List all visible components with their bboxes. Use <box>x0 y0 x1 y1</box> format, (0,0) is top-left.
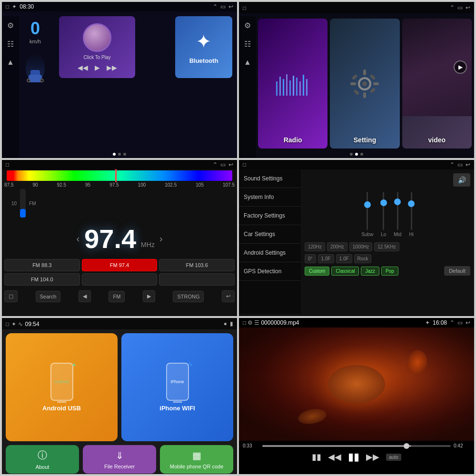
menu-item-setting[interactable]: Setting <box>330 19 399 149</box>
file-receiver-app[interactable]: ⇓ File Receiver <box>83 445 156 474</box>
back-icon-2[interactable]: ↩ <box>466 4 470 11</box>
iphone-wifi-card[interactable]: iPhone ∿ iPhone WIFI <box>121 333 233 441</box>
eq-track-subw[interactable] <box>367 192 368 230</box>
nav-icon-2[interactable]: ▲ <box>244 58 251 67</box>
freq-125khz[interactable]: 12.5KHz <box>374 242 399 251</box>
window-icon-3[interactable]: ▭ <box>220 161 226 168</box>
dot-2-3[interactable] <box>360 153 363 156</box>
radio-next-btn[interactable]: ▶ <box>143 290 155 302</box>
dot-2-2[interactable] <box>355 153 358 156</box>
dot-2-1[interactable] <box>350 153 353 156</box>
grid-icon-2[interactable]: ☷ <box>244 40 251 49</box>
preset-fm-883[interactable]: FM 88.3 <box>4 259 80 271</box>
mode-rock[interactable]: Rock <box>354 254 372 263</box>
music-controls: ◀◀ ▶ ▶▶ <box>78 64 117 71</box>
next-btn[interactable]: ▶▶ <box>107 64 117 71</box>
settings-icon-6[interactable]: ⚙ <box>248 319 253 326</box>
next-track-btn[interactable]: ▶▶ <box>366 452 379 462</box>
android-usb-card[interactable]: Android ▲ Android USB <box>6 333 118 441</box>
speed-btn[interactable]: ▮▮ <box>312 452 321 462</box>
eq-thumb-hi[interactable] <box>408 200 415 207</box>
pause-btn[interactable]: ▮▮ <box>348 451 359 463</box>
eq-track-mid[interactable] <box>397 192 398 230</box>
radio-prev-btn[interactable]: ◀ <box>79 290 91 302</box>
grid-icon[interactable]: ☷ <box>7 40 14 49</box>
volume-icon-btn[interactable]: 🔊 <box>453 173 470 187</box>
preset-fm-1040[interactable]: FM 104.0 <box>4 273 80 286</box>
topbar-1: □ ✦ 08:30 ⌃ ▭ ↩ <box>2 2 237 11</box>
radio-search-btn[interactable]: Search <box>36 291 61 302</box>
dot-3[interactable] <box>123 153 126 156</box>
freq-200hz[interactable]: 200Hz <box>327 242 347 251</box>
expand-icon-4[interactable]: ⌃ <box>450 161 455 168</box>
freq-120hz[interactable]: 120Hz <box>305 242 325 251</box>
expand-icon-2[interactable]: ⌃ <box>450 4 455 11</box>
preset-empty-1[interactable] <box>82 273 158 286</box>
eq-thumb-subw[interactable] <box>364 201 371 208</box>
freq-up-btn[interactable]: › <box>159 233 163 244</box>
progress-bar[interactable] <box>262 445 451 447</box>
home-icon-3[interactable]: □ <box>6 161 9 168</box>
menu-sound-settings[interactable]: Sound Settings <box>239 169 301 188</box>
window-icon-6[interactable]: ▭ <box>457 319 463 326</box>
qr-code-app[interactable]: ▦ Mobile phone QR code <box>160 445 233 474</box>
expand-icon-6[interactable]: ⌃ <box>450 319 455 326</box>
radio-fm-btn[interactable]: FM <box>109 291 125 302</box>
eq-track-lo[interactable] <box>383 192 384 230</box>
home-icon-2[interactable]: □ <box>243 5 246 11</box>
back-icon-3[interactable]: ↩ <box>228 161 233 168</box>
back-icon-4[interactable]: ↩ <box>466 161 470 168</box>
dot-1[interactable] <box>113 153 116 156</box>
back-icon-6[interactable]: ↩ <box>466 319 470 326</box>
expand-icon-3[interactable]: ⌃ <box>213 161 218 168</box>
menu-item-video[interactable]: ▶ video <box>402 19 472 149</box>
eq-thumb-mid[interactable] <box>394 198 401 205</box>
preset-fm-974[interactable]: FM 97.4 <box>82 259 158 271</box>
mode-1f-1[interactable]: 1.0F <box>318 254 334 263</box>
bluetooth-card[interactable]: ✦ Bluetooth <box>175 16 232 78</box>
nav-icon[interactable]: ▲ <box>7 58 14 67</box>
eq-track-hi[interactable] <box>411 192 412 230</box>
eq-thumb-lo[interactable] <box>380 199 387 206</box>
preset-custom[interactable]: Custom <box>305 267 329 276</box>
preset-jazz[interactable]: Jazz <box>361 267 379 276</box>
mode-0deg[interactable]: 0° <box>305 254 316 263</box>
window-icon-2[interactable]: ▭ <box>457 4 463 11</box>
volume-track[interactable] <box>20 189 26 218</box>
prev-btn[interactable]: ◀◀ <box>78 64 88 71</box>
gear-icon[interactable]: ⚙ <box>7 21 14 30</box>
about-app[interactable]: ⓘ About <box>6 445 79 474</box>
dot-2[interactable] <box>118 153 121 156</box>
menu-android-settings[interactable]: Android Settings <box>239 244 301 262</box>
gear-icon-2[interactable]: ⚙ <box>244 21 251 30</box>
home-icon-5[interactable]: □ <box>6 321 9 327</box>
home-icon-4[interactable]: □ <box>243 161 246 168</box>
menu-system-info[interactable]: System Info <box>239 188 301 207</box>
preset-empty-2[interactable] <box>159 273 235 286</box>
preset-pop[interactable]: Pop <box>381 267 398 276</box>
mode-1f-2[interactable]: 1.0F <box>336 254 352 263</box>
freq-1000hz[interactable]: 1000Hz <box>349 242 372 251</box>
home-icon[interactable]: □ <box>6 3 9 10</box>
default-button[interactable]: Default <box>444 266 470 276</box>
window-icon[interactable]: ▭ <box>220 3 226 10</box>
freq-slider[interactable] <box>115 169 117 182</box>
radio-back-btn[interactable]: ↩ <box>222 290 235 302</box>
menu-gps-detection[interactable]: GPS Detection <box>239 262 301 281</box>
window-icon-4[interactable]: ▭ <box>457 161 463 168</box>
preset-fm-1036[interactable]: FM 103.6 <box>159 259 235 271</box>
play-btn[interactable]: ▶ <box>95 64 100 71</box>
preset-classical[interactable]: Classical <box>331 267 359 276</box>
menu-car-settings[interactable]: Car Settings <box>239 225 301 244</box>
music-card[interactable]: Click To Play ◀◀ ▶ ▶▶ <box>59 16 135 78</box>
home-icon-6[interactable]: □ <box>243 319 246 326</box>
progress-thumb[interactable] <box>404 443 409 449</box>
radio-home-btn[interactable]: ▢ <box>4 290 18 302</box>
expand-icon[interactable]: ⌃ <box>213 3 218 10</box>
back-icon[interactable]: ↩ <box>228 3 233 10</box>
freq-down-btn[interactable]: ‹ <box>76 233 79 244</box>
menu-item-radio[interactable]: Radio <box>258 19 327 149</box>
menu-factory-settings[interactable]: Factory Settings <box>239 207 301 225</box>
radio-strong-btn[interactable]: STRONG <box>173 291 204 302</box>
prev-track-btn[interactable]: ◀◀ <box>328 452 341 462</box>
